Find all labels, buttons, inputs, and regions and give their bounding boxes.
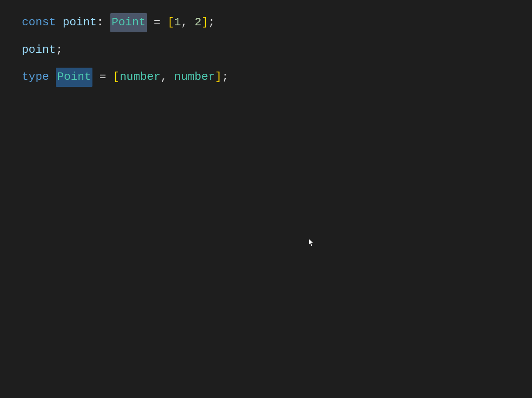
token-bracket-open-2: [: [113, 68, 120, 86]
token-semi-1: ;: [208, 14, 215, 32]
code-editor[interactable]: const point: Point = [1, 2]; point; type…: [0, 0, 532, 398]
token-number-type-1: number: [119, 68, 160, 86]
token-point-type-def: Point: [56, 68, 92, 87]
token-bracket-open-1: [: [167, 14, 174, 32]
code-line-1: const point: Point = [1, 2];: [22, 13, 510, 32]
token-type-keyword: type: [22, 68, 56, 86]
token-number-type-2: number: [174, 68, 215, 86]
token-point-type-1: Point: [110, 13, 147, 32]
token-point-var: point: [63, 14, 97, 32]
token-number-1: 1: [174, 14, 181, 32]
token-equals-2: =: [92, 68, 113, 86]
code-line-3: type Point = [number, number];: [22, 68, 510, 87]
token-colon-1: :: [97, 14, 110, 32]
token-semi-3: ;: [222, 68, 229, 86]
token-bracket-close-1: ]: [201, 14, 208, 32]
token-number-2: 2: [194, 14, 201, 32]
token-equals-1: =: [147, 14, 167, 32]
token-comma-1: ,: [181, 14, 194, 32]
token-semi-2: ;: [56, 41, 63, 59]
code-line-2: point;: [22, 41, 510, 59]
token-bracket-close-2: ]: [215, 68, 222, 86]
token-comma-2: ,: [160, 68, 174, 86]
token-point-ref: point: [22, 41, 56, 59]
token-const: const: [22, 14, 63, 32]
mouse-cursor: [308, 237, 315, 249]
